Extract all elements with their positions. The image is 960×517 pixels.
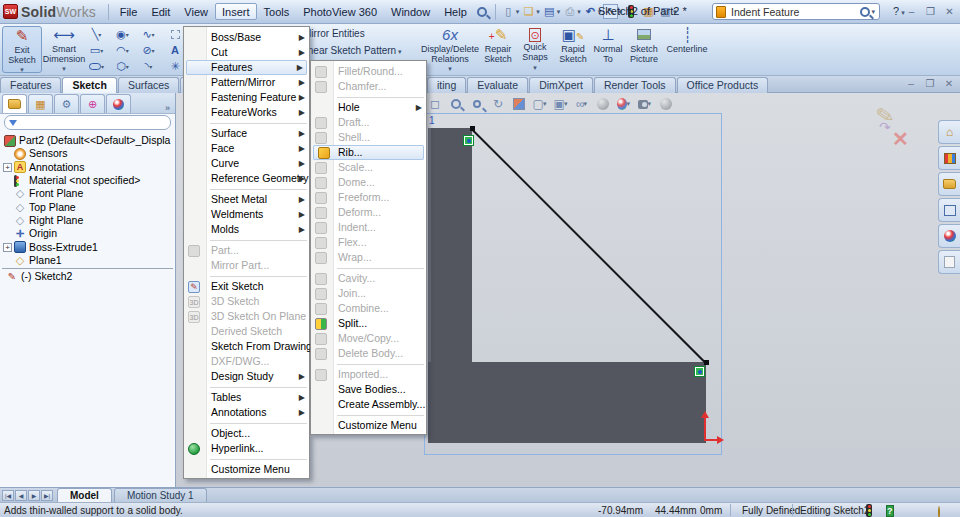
- quick-snaps-dropdown-icon[interactable]: ▼: [532, 63, 538, 73]
- tree-item-top-plane[interactable]: ◇Top Plane: [0, 200, 175, 213]
- menu-insert[interactable]: Insert: [215, 3, 257, 20]
- menu-item-surface[interactable]: Surface▶: [184, 126, 309, 141]
- menu-item-exit-sketch[interactable]: ✎Exit Sketch: [184, 279, 309, 294]
- design-library-tab[interactable]: [938, 146, 960, 170]
- hide-show-items-icon[interactable]: ∞▾: [575, 97, 589, 111]
- menu-edit[interactable]: Edit: [144, 3, 177, 20]
- rollback-bar[interactable]: [2, 268, 173, 269]
- menu-item-boss-base[interactable]: Boss/Base▶: [184, 30, 309, 45]
- tree-item-sensors[interactable]: Sensors: [0, 147, 175, 160]
- open-dropdown-icon[interactable]: ▾: [536, 8, 540, 16]
- file-explorer-tab[interactable]: [938, 172, 960, 196]
- open-document-icon[interactable]: ❏: [521, 4, 536, 19]
- save-icon[interactable]: ▤: [542, 4, 557, 19]
- menu-photoview360[interactable]: PhotoView 360: [296, 3, 384, 20]
- tree-item-boss-extrude1[interactable]: +Boss-Extrude1: [0, 240, 175, 253]
- menu-view[interactable]: View: [177, 3, 215, 20]
- centerline-button[interactable]: ┊ Centerline: [664, 26, 710, 73]
- view-orientation-icon[interactable]: ▢▾: [533, 97, 547, 111]
- solidworks-resources-tab[interactable]: ⌂: [938, 120, 960, 144]
- part-body-horizontal[interactable]: [428, 362, 706, 443]
- menu-item-sheet-metal[interactable]: Sheet Metal▶: [184, 192, 309, 207]
- panel-tabs-overflow[interactable]: »: [165, 103, 175, 113]
- search-toggle-icon[interactable]: [475, 4, 490, 19]
- feature-manager-design-tree-tab[interactable]: [2, 94, 27, 113]
- tree-item-right-plane[interactable]: ◇Right Plane: [0, 214, 175, 227]
- zoom-to-area-icon[interactable]: [449, 97, 463, 111]
- slot-tool-icon[interactable]: ▾: [84, 58, 110, 74]
- search-dropdown-icon[interactable]: ▾: [871, 8, 875, 16]
- menu-item-tables[interactable]: Tables▶: [184, 390, 309, 405]
- sketch-fillet-tool-icon[interactable]: ◝▾: [136, 58, 162, 74]
- zoom-in-out-icon[interactable]: [470, 97, 484, 111]
- menu-item-hyperlink[interactable]: Hyperlink...: [184, 441, 309, 456]
- menu-item-create-assembly[interactable]: Create Assembly...: [311, 397, 426, 412]
- sketch-vertex-top[interactable]: [470, 126, 475, 131]
- menu-item-customize-menu[interactable]: Customize Menu: [184, 462, 309, 477]
- menu-item-weldments[interactable]: Weldments▶: [184, 207, 309, 222]
- tree-item-material[interactable]: Material <not specified>: [0, 174, 175, 187]
- print-icon[interactable]: ⎙: [562, 4, 577, 19]
- tab-office-products[interactable]: Office Products: [677, 77, 769, 93]
- restore-icon[interactable]: ❐: [923, 4, 938, 18]
- menu-tools[interactable]: Tools: [257, 3, 297, 20]
- edit-appearance-icon[interactable]: [596, 97, 610, 111]
- search-input-value[interactable]: Indent Feature: [731, 6, 799, 18]
- normal-to-button[interactable]: ⊥ Normal To: [592, 26, 624, 73]
- tree-item-sketch2[interactable]: ✎(-) Sketch2: [0, 270, 175, 283]
- document-close-icon[interactable]: ✕: [942, 77, 956, 90]
- tab-direct-editing[interactable]: iting: [427, 77, 466, 93]
- next-study-icon[interactable]: ▶: [28, 490, 40, 501]
- custom-properties-tab[interactable]: [938, 250, 960, 274]
- circle-tool-icon[interactable]: ◉▾: [110, 26, 136, 42]
- previous-study-icon[interactable]: ◀: [15, 490, 27, 501]
- menu-item-cut[interactable]: Cut▶: [184, 45, 309, 60]
- undo-icon[interactable]: ↶: [583, 4, 598, 19]
- tree-item-annotations[interactable]: +AAnnotations: [0, 161, 175, 174]
- configuration-manager-tab[interactable]: ⚙: [54, 94, 79, 113]
- first-study-icon[interactable]: |◀: [2, 490, 14, 501]
- print-dropdown-icon[interactable]: ▾: [577, 8, 581, 16]
- tab-model[interactable]: Model: [57, 488, 112, 502]
- save-dropdown-icon[interactable]: ▾: [557, 8, 561, 16]
- exit-sketch-dropdown-icon[interactable]: ▼: [19, 65, 25, 75]
- appearances-tab[interactable]: [938, 224, 960, 248]
- polygon-tool-icon[interactable]: ⬡▾: [110, 58, 136, 74]
- menu-item-sketch-from-drawing[interactable]: Sketch From Drawing: [184, 339, 309, 354]
- menu-item-featureworks[interactable]: FeatureWorks▶: [184, 105, 309, 120]
- coincident-relation-icon[interactable]: [463, 135, 474, 146]
- smart-dimension-dropdown-icon[interactable]: ▼: [61, 64, 67, 74]
- linear-sketch-pattern-button[interactable]: Linear Sketch Pattern ▾: [300, 45, 402, 56]
- search-icon[interactable]: [860, 7, 870, 17]
- rapid-sketch-button[interactable]: ▣✎ Rapid Sketch: [556, 26, 590, 73]
- apply-scene-icon[interactable]: ▾: [617, 97, 631, 111]
- quick-tips-icon[interactable]: ?: [886, 504, 894, 517]
- menu-item-customize-menu[interactable]: Customize Menu: [311, 418, 426, 433]
- sketch-vertex-bottom[interactable]: [704, 360, 709, 365]
- menu-item-pattern-mirror[interactable]: Pattern/Mirror▶: [184, 75, 309, 90]
- relations-dropdown-icon[interactable]: ▼: [447, 64, 453, 74]
- spline-tool-icon[interactable]: ∿▾: [136, 26, 162, 42]
- smart-dimension-button[interactable]: ⟷ Smart Dimension ▼: [44, 26, 84, 73]
- tab-evaluate[interactable]: Evaluate: [467, 77, 528, 93]
- menu-item-save-bodies[interactable]: Save Bodies...: [311, 382, 426, 397]
- document-minimize-icon[interactable]: –: [904, 77, 918, 90]
- menu-item-fastening-feature[interactable]: Fastening Feature▶: [184, 90, 309, 105]
- zoom-to-fit-icon[interactable]: ◻: [428, 97, 442, 111]
- expand-icon[interactable]: +: [3, 243, 12, 252]
- mirror-entities-button[interactable]: Mirror Entities: [303, 28, 365, 39]
- menu-item-rib[interactable]: Rib...: [313, 145, 424, 160]
- menu-item-features[interactable]: Features▶: [186, 60, 307, 75]
- display-style-icon[interactable]: ▣▾: [554, 97, 568, 111]
- tab-features[interactable]: Features: [0, 77, 61, 93]
- view-settings-icon[interactable]: ▾: [638, 97, 652, 111]
- repair-sketch-button[interactable]: +✎ Repair Sketch: [480, 26, 516, 73]
- menu-item-design-study[interactable]: Design Study▶: [184, 369, 309, 384]
- view-palette-tab[interactable]: [938, 198, 960, 222]
- menu-item-molds[interactable]: Molds▶: [184, 222, 309, 237]
- menu-help[interactable]: Help: [437, 3, 474, 20]
- tree-filter-input[interactable]: [4, 115, 171, 130]
- tag-icon[interactable]: [938, 506, 940, 517]
- coincident-relation-icon[interactable]: [694, 366, 705, 377]
- menu-item-curve[interactable]: Curve▶: [184, 156, 309, 171]
